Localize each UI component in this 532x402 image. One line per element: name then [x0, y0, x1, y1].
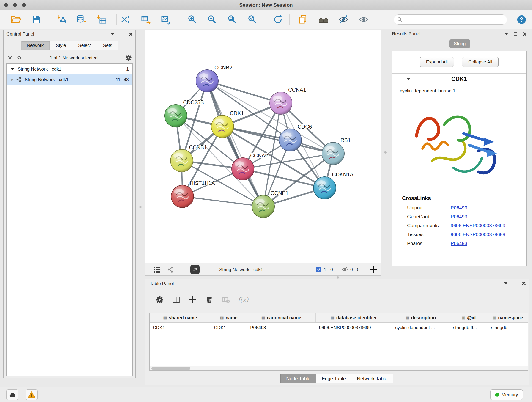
- zoom-out-icon[interactable]: [206, 13, 219, 26]
- zoom-window-button[interactable]: [22, 3, 26, 7]
- column-header-database-identifier[interactable]: ▦database identifier: [316, 313, 392, 322]
- network-node-CCNA1[interactable]: [270, 92, 292, 114]
- collapse-section-icon[interactable]: [407, 78, 410, 80]
- birdseye-toggle-icon[interactable]: [153, 263, 160, 276]
- refresh-icon[interactable]: [272, 13, 284, 26]
- save-session-icon[interactable]: [30, 13, 43, 26]
- column-header-namespace[interactable]: ▦namespace: [488, 313, 528, 322]
- network-node-HIST1H1A[interactable]: [171, 185, 194, 208]
- close-panel-icon[interactable]: [129, 32, 133, 36]
- panel-menu-icon[interactable]: [111, 33, 114, 35]
- vertical-splitter-right[interactable]: [384, 151, 386, 153]
- table-cell[interactable]: CDK1: [211, 325, 247, 330]
- close-window-button[interactable]: [4, 3, 8, 7]
- column-header-description[interactable]: ▦description: [392, 313, 450, 322]
- tab-network-table[interactable]: Network Table: [351, 374, 393, 383]
- show-all-icon[interactable]: [357, 13, 370, 26]
- network-node-CCNE1[interactable]: [252, 195, 274, 218]
- table-cell[interactable]: CDK1: [150, 325, 211, 330]
- hidden-toggle-icon[interactable]: 0 - 0: [342, 263, 360, 276]
- gene-section-header[interactable]: CDK1: [392, 73, 526, 84]
- import-table-file-icon[interactable]: [95, 13, 108, 26]
- new-network-icon[interactable]: [119, 13, 132, 26]
- collapse-all-tree-icon[interactable]: [17, 55, 22, 61]
- table-cell[interactable]: cyclin-dependent ...: [392, 325, 450, 330]
- pan-crosshair-icon[interactable]: [370, 263, 377, 276]
- crosslink-link[interactable]: P06493: [451, 205, 467, 211]
- delete-column-trash-icon[interactable]: [204, 294, 215, 305]
- warnings-icon[interactable]: [26, 389, 38, 400]
- expand-all-button[interactable]: Expand All: [420, 57, 454, 67]
- tab-node-table[interactable]: Node Table: [280, 374, 316, 383]
- zoom-in-icon[interactable]: [186, 13, 199, 26]
- column-header-name[interactable]: ▦name: [211, 313, 247, 322]
- table-cell[interactable]: stringdb:9...: [450, 325, 488, 330]
- expand-all-tree-icon[interactable]: [7, 55, 13, 61]
- network-node-CDKN1A[interactable]: [313, 177, 336, 199]
- tab-edge-table[interactable]: Edge Table: [316, 374, 351, 383]
- import-network-file-icon[interactable]: [56, 13, 69, 26]
- table-row[interactable]: CDK1CDK1P064939606.ENSP00000378699cyclin…: [150, 323, 528, 332]
- network-node-CCNA2[interactable]: [232, 158, 254, 180]
- network-node-CDK1[interactable]: [211, 115, 234, 138]
- table-horizontal-scrollbar[interactable]: [150, 366, 528, 370]
- tab-select[interactable]: Select: [72, 41, 97, 50]
- collection-expand-icon[interactable]: [10, 68, 14, 70]
- table-cell[interactable]: P06493: [247, 325, 316, 330]
- network-graph[interactable]: CCNB2CCNA1CDC25BCDK1CDC6RB1CCNB1CCNA2CDK…: [146, 30, 380, 263]
- network-node-CDC6[interactable]: [279, 129, 302, 151]
- vertical-splitter-left[interactable]: [139, 206, 142, 208]
- crosslink-link[interactable]: 9606.ENSP00000378699: [451, 223, 505, 228]
- network-edge-HIST1H1A-CCNE1[interactable]: [182, 196, 263, 206]
- memory-button[interactable]: Memory: [490, 389, 523, 400]
- collapse-all-button[interactable]: Collapse All: [462, 57, 499, 67]
- close-panel-icon[interactable]: [522, 281, 526, 285]
- network-node-CCNB2[interactable]: [196, 70, 218, 92]
- close-panel-icon[interactable]: [523, 32, 526, 36]
- table-cell[interactable]: stringdb: [488, 325, 528, 330]
- network-row-selected[interactable]: String Network - cdk1 11 48: [7, 74, 133, 85]
- help-icon[interactable]: ?: [516, 14, 527, 25]
- tab-style[interactable]: Style: [50, 41, 72, 50]
- import-network-database-icon[interactable]: [75, 13, 88, 26]
- panel-menu-icon[interactable]: [504, 282, 507, 284]
- network-node-CDC25B[interactable]: [165, 104, 187, 127]
- column-header-@id[interactable]: ▦@id: [450, 313, 488, 322]
- table-settings-gear-icon[interactable]: [154, 294, 165, 305]
- crosslink-link[interactable]: P06493: [451, 241, 467, 246]
- network-node-RB1[interactable]: [322, 142, 344, 165]
- hide-selected-icon[interactable]: [337, 13, 350, 26]
- open-in-window-button[interactable]: [190, 263, 200, 276]
- gear-icon[interactable]: [125, 55, 132, 61]
- zoom-fit-icon[interactable]: [226, 13, 239, 26]
- table-cell[interactable]: 9606.ENSP00000378699: [316, 325, 392, 330]
- tab-network[interactable]: Network: [21, 41, 50, 50]
- tab-string[interactable]: String: [449, 39, 470, 48]
- crosslink-link[interactable]: P06493: [451, 214, 467, 219]
- search-input[interactable]: [403, 17, 504, 22]
- cloud-status-icon[interactable]: [6, 389, 18, 400]
- float-panel-icon[interactable]: [120, 32, 123, 36]
- new-network-table-icon[interactable]: [139, 13, 152, 26]
- crosslink-link[interactable]: 9606.ENSP00000378699: [451, 232, 505, 237]
- tab-sets[interactable]: Sets: [97, 41, 118, 50]
- share-network-icon[interactable]: [167, 263, 174, 276]
- column-header-canonical-name[interactable]: ▦canonical name: [247, 313, 316, 322]
- scrollbar-thumb[interactable]: [152, 367, 190, 370]
- birdseye-icon[interactable]: [317, 13, 330, 26]
- select-columns-icon[interactable]: [171, 294, 181, 305]
- export-image-icon[interactable]: [159, 13, 172, 26]
- annotations-icon[interactable]: [297, 13, 309, 26]
- network-collection-row[interactable]: String Network - cdk1 1: [7, 64, 133, 74]
- horizontal-splitter[interactable]: [337, 276, 339, 279]
- float-panel-icon[interactable]: [513, 282, 516, 285]
- open-session-icon[interactable]: [10, 13, 22, 26]
- minimize-window-button[interactable]: [13, 3, 17, 7]
- network-canvas[interactable]: CCNB2CCNA1CDC25BCDK1CDC6RB1CCNB1CCNA2CDK…: [145, 30, 381, 263]
- selected-checkbox-icon[interactable]: 1 - 0: [316, 263, 333, 276]
- float-panel-icon[interactable]: [514, 32, 517, 36]
- panel-menu-icon[interactable]: [505, 33, 508, 35]
- create-column-icon[interactable]: [187, 294, 198, 305]
- network-edge-CCNB2-CCNA1[interactable]: [207, 81, 281, 103]
- network-edge-CCNB2-CCNE1[interactable]: [207, 81, 263, 206]
